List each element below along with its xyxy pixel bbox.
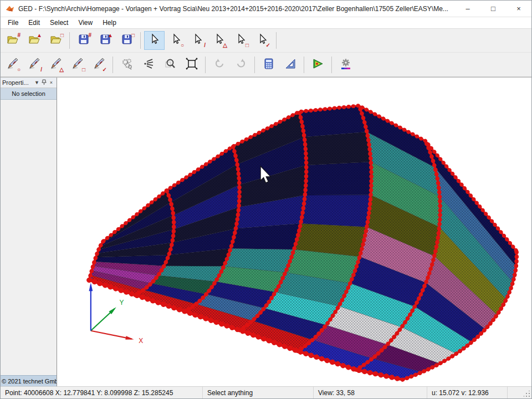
- overlay-glyph: □: [60, 33, 64, 38]
- fit-icon: [185, 57, 198, 73]
- overlay-glyph: □: [82, 67, 85, 73]
- light-rays-button[interactable]: [138, 55, 158, 74]
- toolbar-separator: [205, 57, 206, 73]
- pin-icon[interactable]: [40, 79, 48, 86]
- redo-button[interactable]: [231, 55, 251, 74]
- panel-close-icon[interactable]: ×: [48, 80, 55, 85]
- select-arrow-button[interactable]: [144, 31, 165, 50]
- open-triangle-button[interactable]: ▲: [24, 31, 44, 50]
- settings-button[interactable]: [335, 55, 356, 74]
- menu-bar: File Edit Select View Help: [1, 17, 531, 29]
- select-triangle-button[interactable]: △: [209, 31, 229, 50]
- select-point-button[interactable]: ○: [166, 31, 186, 50]
- properties-panel-title: Properti...: [2, 79, 33, 86]
- overlay-glyph: ○: [17, 67, 21, 73]
- status-filler: [508, 387, 531, 398]
- toolbar-separator: [140, 32, 141, 49]
- svg-text:Y: Y: [119, 299, 124, 306]
- zoom-icon: [163, 57, 177, 73]
- draw-point-button[interactable]: ○: [2, 55, 23, 74]
- copyright-label: © 2021 technet GmbH: [1, 375, 57, 386]
- redo-icon: [234, 57, 248, 73]
- window-title: GED - F:\Synch\Archiv\Homepage - Vorlage…: [18, 5, 455, 13]
- close-button[interactable]: ×: [506, 1, 531, 17]
- undo-button[interactable]: [209, 55, 229, 74]
- draw-check-button[interactable]: ✓: [89, 55, 109, 74]
- toolbar-file-select: #▲□#▲□○/△□✓: [1, 29, 531, 53]
- select-check-button[interactable]: ✓: [252, 31, 273, 50]
- app-logo-icon: [5, 4, 15, 13]
- status-view: View: 33, 58: [314, 387, 427, 398]
- model-viewport[interactable]: XYZ: [57, 78, 531, 386]
- overlay-glyph: ○: [181, 43, 184, 48]
- toolbar-separator: [331, 57, 332, 73]
- overlay-glyph: #: [88, 33, 91, 38]
- select-square-button[interactable]: □: [231, 31, 251, 50]
- svg-text:X: X: [139, 337, 143, 345]
- overlay-glyph: ▲: [108, 33, 113, 38]
- toolbar-separator: [276, 32, 277, 49]
- status-point-coords: Point: 40006608 X: 12.779841 Y: 8.099998…: [1, 387, 203, 398]
- save-triangle-button[interactable]: ▲: [95, 31, 115, 50]
- title-bar: GED - F:\Synch\Archiv\Homepage - Vorlage…: [1, 1, 531, 17]
- status-uv: u: 15.072 v: 12.936: [427, 387, 508, 398]
- overlay-glyph: ▲: [37, 33, 42, 38]
- cursor-icon: [148, 33, 161, 48]
- properties-panel-body: [1, 100, 57, 375]
- save-square-button[interactable]: □: [116, 31, 137, 50]
- overlay-glyph: ✓: [103, 67, 107, 73]
- overlay-glyph: □: [245, 43, 249, 48]
- select-line-button[interactable]: /: [187, 31, 208, 50]
- pencil-icon: [28, 57, 41, 73]
- open-square-button[interactable]: □: [45, 31, 66, 50]
- no-selection-label: No selection: [1, 88, 57, 100]
- chevron-down-icon[interactable]: ▼: [33, 80, 40, 85]
- properties-panel-header: Properti... ▼ ×: [1, 78, 57, 88]
- properties-panel: Properti... ▼ × No selection © 2021 tech…: [1, 78, 57, 386]
- model-mesh[interactable]: XYZ: [57, 78, 531, 386]
- status-hint: Select anything: [203, 387, 314, 398]
- resize-grip[interactable]: [524, 391, 530, 397]
- calculator-button[interactable]: [258, 55, 279, 74]
- toolbar-separator: [112, 57, 113, 73]
- menu-help[interactable]: Help: [98, 18, 121, 28]
- x-axis: [91, 331, 132, 339]
- zoom-fit-button[interactable]: [181, 55, 202, 74]
- zoom-window-button[interactable]: [160, 55, 180, 74]
- main-area: Properti... ▼ × No selection © 2021 tech…: [1, 77, 531, 386]
- overlay-glyph: /: [40, 67, 42, 73]
- overlay-glyph: △: [223, 43, 227, 48]
- settings-icon: [339, 57, 352, 73]
- draw-triangle-button[interactable]: △: [45, 55, 66, 74]
- draw-square-button[interactable]: □: [67, 55, 88, 74]
- toolbar-separator: [254, 57, 255, 73]
- flag-icon: [311, 57, 325, 73]
- toolbar-separator: [304, 57, 304, 73]
- gears-icon: [120, 57, 134, 73]
- overlay-glyph: #: [17, 33, 21, 38]
- transform-button[interactable]: [116, 55, 137, 74]
- undo-icon: [213, 57, 226, 73]
- status-bar: Point: 40006608 X: 12.779841 Y: 8.099998…: [1, 386, 531, 398]
- cursor-icon: [191, 33, 204, 48]
- app-window: GED - F:\Synch\Archiv\Homepage - Vorlage…: [0, 0, 532, 399]
- calc-icon: [262, 57, 275, 73]
- toolbar-separator: [69, 32, 70, 49]
- open-hash-button[interactable]: #: [2, 31, 23, 50]
- measure-button[interactable]: [280, 55, 300, 74]
- menu-select[interactable]: Select: [45, 18, 73, 28]
- toolbar-draw-tools: ○/△□✓: [1, 53, 531, 77]
- overlay-glyph: □: [131, 33, 135, 38]
- menu-view[interactable]: View: [73, 18, 98, 28]
- render-flag-button[interactable]: [308, 55, 328, 74]
- maximize-button[interactable]: □: [480, 1, 506, 17]
- overlay-glyph: △: [59, 67, 64, 73]
- minimize-button[interactable]: –: [455, 1, 480, 17]
- menu-file[interactable]: File: [3, 18, 23, 28]
- rays-icon: [142, 57, 155, 73]
- overlay-glyph: /: [204, 43, 206, 48]
- menu-edit[interactable]: Edit: [23, 18, 45, 28]
- overlay-glyph: ✓: [266, 43, 270, 48]
- save-hash-button[interactable]: #: [73, 31, 94, 50]
- draw-line-button[interactable]: /: [24, 55, 44, 74]
